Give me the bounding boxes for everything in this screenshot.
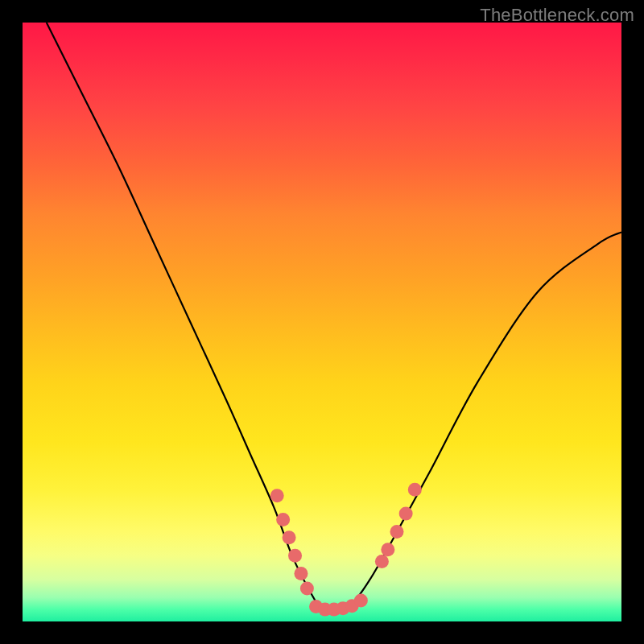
marker-dot: [390, 525, 404, 539]
chart-plot-area: [23, 23, 621, 621]
marker-dot: [381, 543, 394, 556]
marker-dot: [375, 555, 389, 568]
marker-dot: [300, 582, 314, 596]
marker-dot: [399, 507, 413, 521]
marker-dot: [288, 549, 302, 563]
watermark-text: TheBottleneck.com: [480, 5, 634, 26]
bottleneck-curve-line: [47, 23, 621, 611]
marker-dot: [276, 513, 290, 526]
marker-dot: [294, 567, 308, 580]
marker-dot: [270, 489, 284, 502]
chart-svg: [23, 23, 621, 621]
marker-dot: [283, 530, 296, 544]
chart-frame: TheBottleneck.com: [0, 0, 644, 644]
marker-dot: [354, 593, 368, 607]
marker-dot: [408, 483, 422, 497]
marker-dots-group: [270, 483, 422, 617]
